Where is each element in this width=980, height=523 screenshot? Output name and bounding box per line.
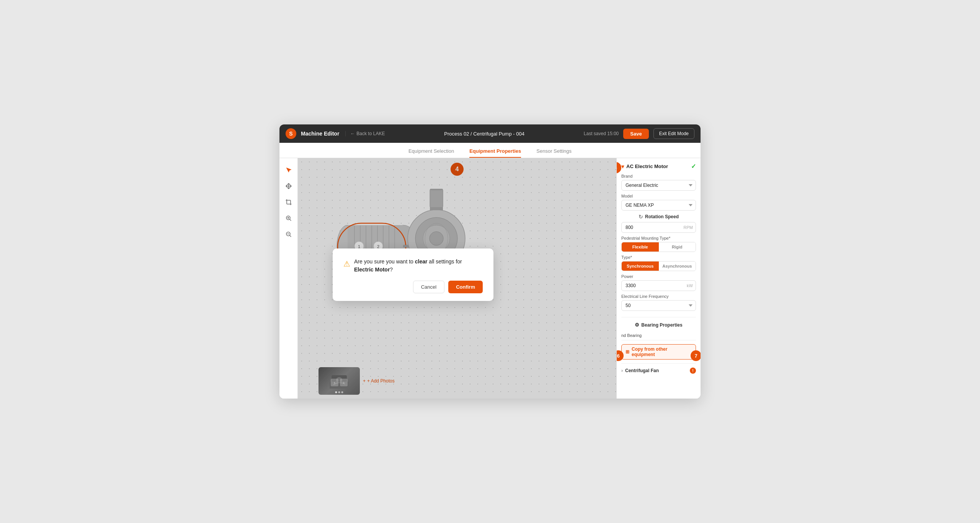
confirm-dialog: ⚠ Are you sure you want to clear all set… [333, 248, 493, 301]
bearing-section-title: ⚙ Bearing Properties [621, 322, 696, 328]
main-content: 4 [279, 158, 701, 399]
mounting-flexible-button[interactable]: Flexible [622, 242, 659, 252]
power-field: kW [621, 280, 696, 291]
centrifugal-fan-label: › Centrifugal Fan [621, 368, 659, 373]
type-synchronous-button[interactable]: Synchronous [622, 262, 659, 271]
model-label: Model [621, 194, 696, 198]
crop-tool-button[interactable] [283, 196, 294, 208]
header-actions: Last saved 15:00 Save Exit Edit Mode [584, 128, 694, 139]
copy-from-equipment-button[interactable]: ⊞ Copy from other equipment [621, 344, 696, 360]
check-icon: ✓ [691, 163, 696, 170]
chevron-down-icon: ▾ [621, 163, 624, 170]
tabs-bar: Equipment Selection Equipment Properties… [279, 143, 701, 158]
rotation-icon: ↻ [639, 214, 643, 220]
tab-equipment-selection[interactable]: Equipment Selection [408, 148, 454, 158]
zoom-out-button[interactable] [283, 229, 294, 240]
rotation-speed-field: RPM [621, 222, 696, 233]
tab-equipment-properties[interactable]: Equipment Properties [469, 148, 521, 158]
model-select[interactable]: GE NEMA XP [621, 200, 696, 211]
svg-rect-0 [287, 200, 291, 204]
freq-select[interactable]: 50 [621, 300, 696, 311]
dialog-overlay: ⚠ Are you sure you want to clear all set… [298, 158, 616, 399]
rotation-speed-label: Rotation Speed [645, 214, 679, 219]
power-label: Power [621, 274, 696, 279]
copy-row: 6 ⊞ Copy from other equipment 7 [621, 340, 696, 362]
save-button[interactable]: Save [623, 129, 648, 139]
mounting-type-toggle: Flexible Rigid [621, 242, 696, 252]
breadcrumb: Process 02 / Centrifugal Pump - 004 [389, 131, 579, 137]
mounting-type-label: Pedestrial Mounting Type* [621, 236, 696, 240]
freq-label: Electrical Line Frequency [621, 294, 696, 299]
move-tool-button[interactable] [283, 180, 294, 192]
select-tool-button[interactable] [283, 164, 294, 176]
type-asynchronous-button[interactable]: Asynchronous [659, 262, 696, 271]
tab-sensor-settings[interactable]: Sensor Settings [536, 148, 572, 158]
right-panel: 5 ▾ AC Electric Motor ✓ Brand General El… [616, 158, 701, 399]
left-toolbar [279, 158, 298, 399]
app-title: Machine Editor [301, 131, 339, 137]
last-saved-label: Last saved 15:00 [584, 131, 619, 136]
type-label: Type* [621, 255, 696, 260]
type-toggle: Synchronous Asynchronous [621, 261, 696, 271]
chevron-right-icon: › [621, 368, 623, 373]
brand-select[interactable]: General Electric [621, 180, 696, 191]
step-badge-7: 7 [691, 350, 701, 361]
cancel-button[interactable]: Cancel [413, 281, 444, 293]
app-header: S Machine Editor ← Back to LAKE Process … [279, 124, 701, 143]
dialog-message: ⚠ Are you sure you want to clear all set… [343, 258, 483, 274]
brand-label: Brand [621, 174, 696, 178]
panel-section-title: ▾ AC Electric Motor ✓ [621, 163, 696, 170]
power-input[interactable] [621, 280, 696, 291]
divider-1 [621, 317, 696, 317]
mounting-rigid-button[interactable]: Rigid [659, 242, 696, 252]
rpm-unit: RPM [684, 225, 693, 230]
gear-icon: ⚙ [635, 322, 639, 328]
step-badge-5: 5 [616, 162, 621, 173]
bearing-item: nd Bearing [621, 331, 696, 340]
dialog-actions: Cancel Confirm [343, 281, 483, 293]
warning-indicator: ! [690, 368, 696, 374]
kw-unit: kW [687, 283, 693, 288]
warning-icon: ⚠ [343, 258, 350, 270]
arrow-left-icon: ← [350, 131, 355, 136]
confirm-button[interactable]: Confirm [448, 281, 483, 293]
canvas-area[interactable]: 4 [298, 158, 616, 399]
app-logo: S [286, 128, 296, 139]
centrifugal-fan-row[interactable]: › Centrifugal Fan ! [621, 363, 696, 375]
zoom-in-button[interactable] [283, 212, 294, 224]
exit-edit-mode-button[interactable]: Exit Edit Mode [653, 128, 694, 139]
back-to-lake-button[interactable]: ← Back to LAKE [345, 131, 385, 136]
rotation-speed-header: ↻ Rotation Speed [621, 214, 696, 220]
copy-icon: ⊞ [626, 349, 629, 355]
